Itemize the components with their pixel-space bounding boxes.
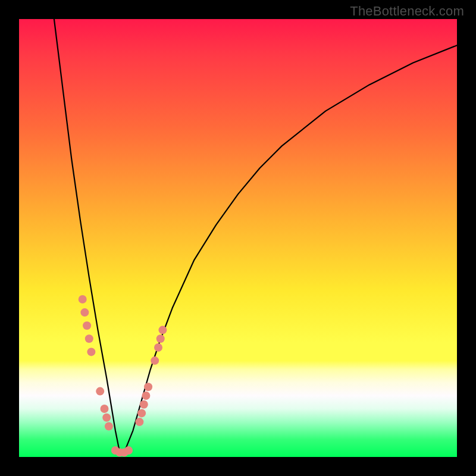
marker-dot (102, 414, 111, 422)
marker-dot (144, 383, 152, 391)
marker-dot (124, 446, 133, 455)
marker-dot (85, 334, 93, 343)
curve-svg (19, 19, 457, 457)
marker-dot (156, 334, 165, 343)
marker-dot (105, 422, 113, 431)
marker-dot (87, 347, 95, 356)
marker-dot (96, 387, 104, 396)
marker-dot (154, 343, 162, 352)
marker-dot (135, 418, 143, 426)
marker-group (79, 295, 167, 457)
marker-dot (137, 409, 146, 417)
marker-dot (158, 326, 167, 334)
chart-frame: TheBottleneck.com (0, 0, 476, 476)
marker-dot (80, 308, 89, 317)
marker-dot (151, 356, 159, 365)
marker-dot (101, 405, 109, 413)
marker-dot (140, 400, 148, 409)
watermark-label: TheBottleneck.com (350, 4, 464, 19)
bottleneck-curve (54, 19, 457, 453)
marker-dot (79, 295, 87, 303)
marker-dot (83, 321, 91, 330)
marker-dot (142, 392, 150, 400)
plot-area (19, 19, 457, 457)
